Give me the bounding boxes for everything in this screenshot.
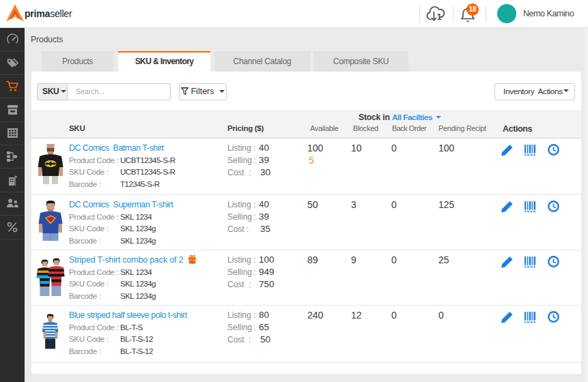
svg-text:1: 1 [437,12,442,22]
